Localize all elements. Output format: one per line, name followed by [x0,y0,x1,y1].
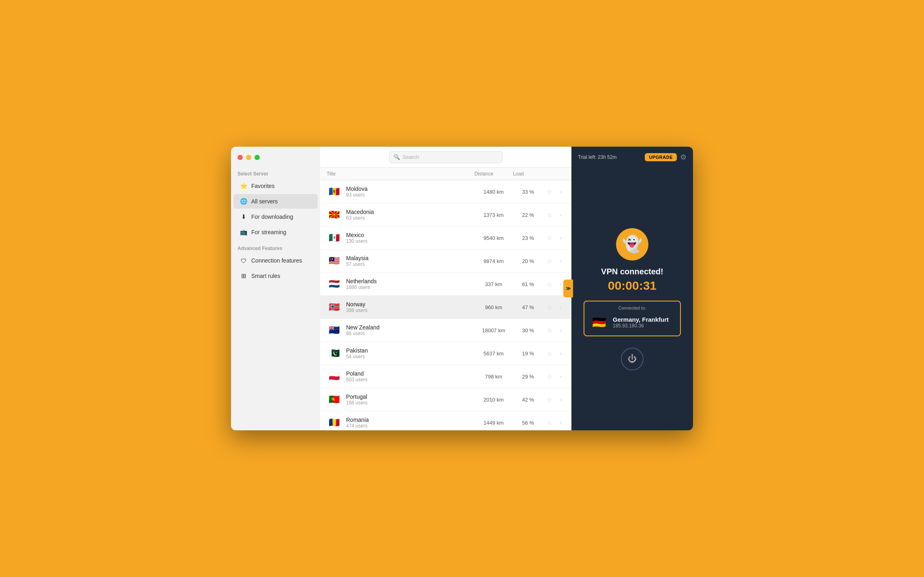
server-load: 47 % [514,304,542,310]
connected-to-content: 🇩🇪 Germany, Frankfurt 185.93.180.36 [590,314,674,331]
table-row[interactable]: 🇵🇹 Portugal 168 users 2010 km 42 % ☆ › [320,388,571,411]
table-row[interactable]: 🇲🇩 Moldova 93 users 1480 km 33 % ☆ › [320,180,571,203]
chevron-right-icon: › [557,327,565,333]
server-users: 398 users [346,308,473,313]
server-load: 22 % [514,212,542,218]
streaming-icon: 📺 [240,229,247,236]
download-icon: ⬇ [240,213,247,220]
sidebar-item-favorites[interactable]: ⭐ Favorites [233,179,318,193]
server-load: 20 % [514,258,542,264]
table-row[interactable]: 🇷🇴 Romania 474 users 1449 km 56 % ☆ › [320,411,571,430]
server-users: 1886 users [346,284,473,290]
sidebar-item-for-streaming[interactable]: 📺 For streaming [233,225,318,239]
col-distance-header: Distance [464,171,504,177]
connected-server-ip: 185.93.180.36 [613,323,669,329]
settings-icon[interactable]: ⚙ [680,153,687,162]
server-users: 86 users [346,331,473,336]
server-users: 57 users [346,261,473,267]
table-row[interactable]: 🇵🇰 Pakistan 54 users 5637 km 19 % ☆ › [320,342,571,365]
server-users: 474 users [346,423,473,429]
server-info: Norway 398 users [346,301,473,313]
table-row[interactable]: 🇲🇾 Malaysia 57 users 9874 km 20 % ☆ › [320,250,571,273]
star-icon[interactable]: ☆ [542,188,557,196]
server-name: New Zealand [346,324,473,331]
power-btn-area: ⏻ [621,348,644,370]
star-icon[interactable]: ☆ [542,303,557,311]
server-name: Pakistan [346,347,473,354]
server-info: New Zealand 86 users [346,324,473,336]
star-icon[interactable]: ☆ [542,350,557,357]
flag-icon: 🇳🇿 [327,323,341,338]
star-icon[interactable]: ☆ [542,257,557,265]
table-row[interactable]: 🇵🇱 Poland 503 users 798 km 29 % ☆ › [320,365,571,388]
main-content: 🔍 Search Title Distance Load 🇲🇩 Moldova … [320,147,571,430]
table-row[interactable]: 🇳🇿 New Zealand 86 users 18007 km 30 % ☆ … [320,319,571,342]
germany-flag-icon: 🇩🇪 [592,316,606,329]
maximize-button[interactable] [255,155,260,160]
chevron-right-icon: › [557,304,565,310]
smart-rules-icon: ⊞ [240,272,247,280]
chevron-right-icon: › [557,188,565,195]
table-row[interactable]: 🇳🇴 Norway 398 users 960 km 47 % ☆ › [320,296,571,319]
table-row[interactable]: 🇲🇽 Mexico 130 users 9540 km 23 % ☆ › [320,227,571,250]
chevron-right-icon: › [557,212,565,218]
sidebar-item-all-servers[interactable]: 🌐 All servers [233,194,318,209]
sidebar-item-label: For streaming [251,229,286,235]
table-row[interactable]: 🇳🇱 Netherlands 1886 users 337 km 61 % ☆ … [320,273,571,296]
sidebar-item-connection-features[interactable]: 🛡 Connection features [233,253,318,268]
sidebar-item-for-downloading[interactable]: ⬇ For downloading [233,209,318,224]
flag-icon: 🇲🇩 [327,184,341,199]
titlebar [231,147,320,168]
server-users: 503 users [346,377,473,383]
star-icon[interactable]: ☆ [542,419,557,427]
server-distance: 1373 km [473,212,514,218]
server-load: 30 % [514,327,542,333]
server-name: Netherlands [346,278,473,284]
server-distance: 9540 km [473,235,514,241]
star-icon[interactable]: ☆ [542,280,557,288]
table-row[interactable]: 🇲🇰 Macedonia 63 users 1373 km 22 % ☆ › [320,203,571,227]
server-load: 56 % [514,420,542,426]
right-topbar: Trial left: 23h 52m UPGRADE ⚙ [571,147,693,168]
collapse-tab[interactable]: ≫ [563,280,573,297]
sidebar-item-label: Smart rules [251,273,280,279]
server-load: 61 % [514,281,542,287]
connected-server-name: Germany, Frankfurt [613,316,669,323]
right-topbar-actions: UPGRADE ⚙ [645,153,687,162]
server-distance: 5637 km [473,350,514,357]
star-icon[interactable]: ☆ [542,396,557,404]
vpn-timer: 00:00:31 [608,279,657,293]
close-button[interactable] [237,155,243,160]
flag-icon: 🇵🇱 [327,369,341,384]
star-icon[interactable]: ☆ [542,211,557,219]
sidebar-item-label: For downloading [251,214,293,220]
sidebar-item-smart-rules[interactable]: ⊞ Smart rules [233,269,318,283]
star-icon[interactable]: ☆ [542,327,557,334]
upgrade-button[interactable]: UPGRADE [645,153,677,161]
server-distance: 337 km [473,281,514,287]
advanced-section-label: Advanced Features [231,240,320,253]
star-icon[interactable]: ☆ [542,373,557,380]
search-box[interactable]: 🔍 Search [389,151,503,163]
server-name: Romania [346,417,473,423]
vpn-logo: 👻 [616,228,648,261]
server-load: 29 % [514,374,542,380]
search-icon: 🔍 [394,154,400,160]
flag-icon: 🇲🇽 [327,231,341,245]
connected-to-box: Connected to: 🇩🇪 Germany, Frankfurt 185.… [584,301,681,336]
star-icon[interactable]: ☆ [542,234,557,242]
flag-icon: 🇵🇹 [327,392,341,407]
server-load: 33 % [514,189,542,195]
main-topbar: 🔍 Search [320,147,571,168]
shield-icon: 🛡 [240,257,247,264]
connected-to-label: Connected to: [590,306,674,310]
sidebar: Select Server ⭐ Favorites 🌐 All servers … [231,147,320,430]
chevron-right-icon: › [557,235,565,241]
star-icon: ⭐ [240,182,247,190]
server-users: 130 users [346,238,473,244]
server-distance: 798 km [473,374,514,380]
flag-icon: 🇷🇴 [327,415,341,430]
minimize-button[interactable] [246,155,251,160]
server-name: Norway [346,301,473,308]
power-button[interactable]: ⏻ [621,348,644,370]
